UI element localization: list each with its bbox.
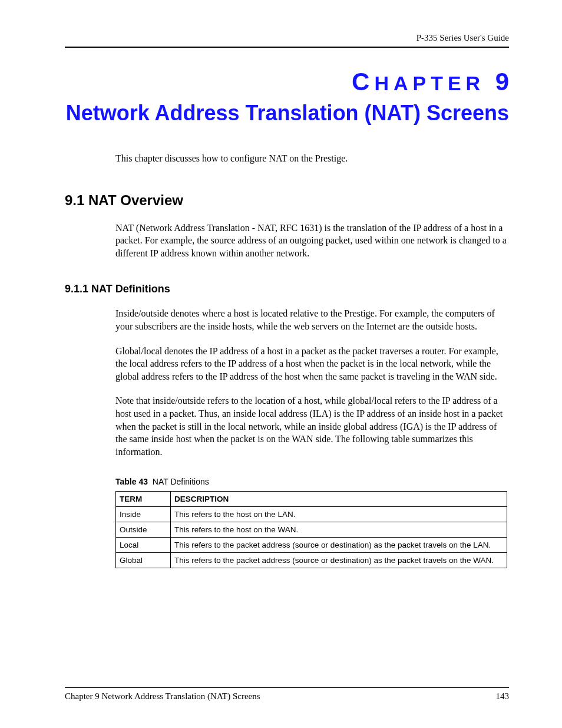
spacer bbox=[65, 568, 509, 687]
chapter-number: 9 bbox=[495, 68, 509, 95]
table-header-row: TERM DESCRIPTION bbox=[116, 492, 507, 507]
cell-desc: This refers to the packet address (sourc… bbox=[171, 538, 507, 553]
cell-term: Global bbox=[116, 553, 171, 568]
page-footer: Chapter 9 Network Address Translation (N… bbox=[65, 691, 509, 701]
col-header-term: TERM bbox=[116, 492, 171, 507]
table-caption-label: Table 43 bbox=[115, 477, 148, 486]
table-caption-text: NAT Definitions bbox=[153, 477, 209, 486]
cell-term: Outside bbox=[116, 522, 171, 538]
nat-definitions-table: TERM DESCRIPTION Inside This refers to t… bbox=[115, 491, 507, 568]
table-row: Inside This refers to the host on the LA… bbox=[116, 507, 507, 522]
page-number: 143 bbox=[496, 691, 510, 701]
table-caption: Table 43 NAT Definitions bbox=[115, 477, 509, 486]
chapter-label: CHAPTER 9 bbox=[65, 68, 509, 96]
section-heading-9-1-1: 9.1.1 NAT Definitions bbox=[65, 283, 509, 295]
footer-left: Chapter 9 Network Address Translation (N… bbox=[65, 691, 260, 701]
running-head: P-335 Series User's Guide bbox=[65, 33, 509, 47]
footer-rule bbox=[65, 687, 509, 688]
table-row: Local This refers to the packet address … bbox=[116, 538, 507, 553]
paragraph: Note that inside/outside refers to the l… bbox=[115, 394, 509, 458]
cell-desc: This refers to the host on the WAN. bbox=[171, 522, 507, 538]
chapter-intro: This chapter discusses how to configure … bbox=[115, 152, 509, 165]
cell-term: Inside bbox=[116, 507, 171, 522]
paragraph: NAT (Network Address Translation - NAT, … bbox=[115, 222, 509, 260]
table-row: Outside This refers to the host on the W… bbox=[116, 522, 507, 538]
col-header-description: DESCRIPTION bbox=[171, 492, 507, 507]
chapter-title: Network Address Translation (NAT) Screen… bbox=[65, 100, 509, 126]
section-heading-9-1: 9.1 NAT Overview bbox=[65, 192, 509, 209]
cell-term: Local bbox=[116, 538, 171, 553]
cell-desc: This refers to the host on the LAN. bbox=[171, 507, 507, 522]
cell-desc: This refers to the packet address (sourc… bbox=[171, 553, 507, 568]
paragraph: Inside/outside denotes where a host is l… bbox=[115, 307, 509, 332]
header-rule bbox=[65, 47, 509, 48]
page: P-335 Series User's Guide CHAPTER 9 Netw… bbox=[0, 0, 562, 728]
table-row: Global This refers to the packet address… bbox=[116, 553, 507, 568]
chapter-label-c: C bbox=[352, 68, 374, 95]
paragraph: Global/local denotes the IP address of a… bbox=[115, 345, 509, 383]
chapter-label-rest: HAPTER bbox=[374, 72, 485, 94]
